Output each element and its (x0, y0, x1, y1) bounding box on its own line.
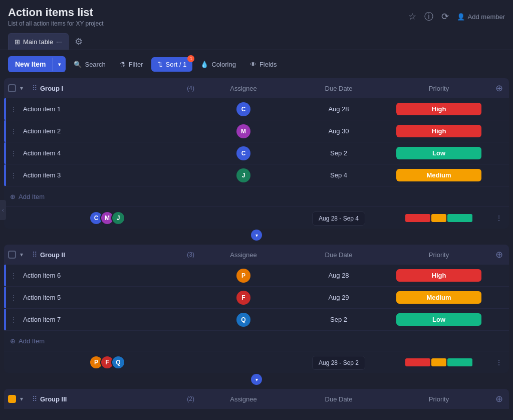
summary-more-button-i[interactable]: ⋮ (489, 214, 509, 222)
row-assignee[interactable]: P (198, 269, 289, 283)
add-member-button[interactable]: 👤 Add member (457, 13, 505, 21)
add-item-icon: ⊕ (10, 193, 16, 200)
add-item-row-i[interactable]: ⊕ Add Item (4, 186, 509, 206)
row-duedate[interactable]: Aug 30 (289, 127, 389, 135)
table-row: ⋮ Action item 2 M Aug 30 High (4, 120, 509, 142)
group-iii-header: ▾ ⠿ Group III (2) Assignee Due Date Prio… (4, 389, 509, 409)
row-duedate[interactable]: Sep 4 (289, 171, 389, 179)
row-duedate[interactable]: Aug 28 (289, 272, 389, 279)
row-item-name[interactable]: Action item 5 (21, 294, 198, 301)
summary-avatar-group-i: C M J (89, 211, 125, 225)
group-i-checkbox[interactable] (8, 84, 16, 92)
drag-handle-icon[interactable]: ⋮ (6, 272, 21, 280)
collapse-button-ii[interactable]: ▾ (251, 374, 262, 385)
row-item-name[interactable]: Action item 2 (21, 127, 198, 135)
col-priority-header-iii: Priority (389, 395, 489, 403)
group-iii-checkbox[interactable] (8, 395, 16, 403)
group-section-iii: ▾ ⠿ Group III (2) Assignee Due Date Prio… (4, 389, 509, 409)
group-i-collapse-chevron: ▾ (4, 230, 509, 241)
add-item-icon: ⊕ (10, 337, 16, 345)
col-add-ii: ⊕ (489, 249, 509, 260)
priority-badge: High (396, 125, 481, 137)
drag-handle-icon[interactable]: ⋮ (6, 149, 21, 157)
group-i-chevron[interactable]: ▾ (18, 84, 25, 93)
row-item-name[interactable]: Action item 6 (21, 272, 198, 279)
new-item-label: New Item (8, 56, 53, 72)
group-ii-chevron[interactable]: ▾ (18, 250, 25, 259)
summary-more-button-ii[interactable]: ⋮ (489, 358, 509, 366)
row-priority[interactable]: Medium (389, 291, 489, 304)
sort-button[interactable]: ⇅ Sort / 1 1 (151, 57, 193, 72)
row-priority[interactable]: High (389, 269, 489, 282)
priority-badge: Medium (396, 169, 481, 181)
row-item-name[interactable]: Action item 4 (21, 149, 198, 157)
fields-icon: 👁 (250, 61, 256, 68)
row-duedate[interactable]: Sep 2 (289, 316, 389, 323)
table-row: ⋮ Action item 3 J Sep 4 Medium (4, 164, 509, 186)
new-item-button[interactable]: New Item ▾ (8, 56, 66, 72)
row-assignee[interactable]: Q (198, 313, 289, 327)
sort-icon: ⇅ (157, 61, 163, 68)
group-ii-name: Group II (40, 251, 187, 259)
star-icon[interactable]: ☆ (408, 11, 416, 22)
group-ii-checkbox[interactable] (8, 251, 16, 259)
table-row: ⋮ Action item 4 C Sep 2 Low (4, 142, 509, 164)
row-assignee[interactable]: C (198, 102, 289, 116)
group-iii-chevron[interactable]: ▾ (18, 394, 25, 403)
group-ii-header: ▾ ⠿ Group II (3) Assignee Due Date Prior… (4, 245, 509, 265)
row-priority[interactable]: Low (389, 313, 489, 326)
fields-button[interactable]: 👁 Fields (244, 57, 283, 72)
new-item-dropdown-arrow[interactable]: ▾ (53, 58, 66, 71)
add-column-button-iii[interactable]: ⊕ (495, 393, 503, 404)
row-duedate[interactable]: Aug 28 (289, 105, 389, 113)
drag-handle-icon[interactable]: ⋮ (6, 127, 21, 135)
info-icon[interactable]: ⓘ (424, 11, 433, 23)
row-assignee[interactable]: M (198, 124, 289, 138)
row-item-name[interactable]: Action item 3 (21, 171, 198, 179)
refresh-icon[interactable]: ⟳ (441, 11, 449, 22)
group-ii-summary-row: P F Q Aug 28 - Sep 2 ⋮ (4, 351, 509, 373)
row-assignee[interactable]: C (198, 146, 289, 160)
group-i-count: (4) (187, 85, 194, 92)
coloring-button[interactable]: 💧 Coloring (194, 57, 241, 72)
coloring-icon: 💧 (200, 61, 208, 68)
title-block: Action items list List of all action ite… (8, 6, 104, 27)
date-range-badge: Aug 28 - Sep 2 (312, 356, 365, 370)
left-collapse-arrow[interactable]: ‹ (0, 200, 6, 220)
row-item-name[interactable]: Action item 1 (21, 105, 198, 113)
row-item-name[interactable]: Action item 7 (21, 316, 198, 323)
priority-bar-low (447, 358, 472, 366)
col-duedate-header-iii: Due Date (289, 395, 389, 403)
drag-handle-icon[interactable]: ⋮ (6, 294, 21, 302)
filter-button[interactable]: ⚗ Filter (114, 57, 149, 72)
avatar: Q (111, 355, 125, 369)
drag-handle-icon[interactable]: ⋮ (6, 316, 21, 324)
add-column-button-ii[interactable]: ⊕ (495, 249, 503, 260)
tab-main-table[interactable]: ⊞ Main table ··· (8, 33, 69, 50)
sort-badge: 1 (187, 55, 194, 62)
row-priority[interactable]: Medium (389, 169, 489, 181)
row-priority[interactable]: High (389, 125, 489, 137)
row-duedate[interactable]: Aug 29 (289, 294, 389, 301)
add-item-label: Add Item (19, 337, 45, 345)
col-assignee-header-ii: Assignee (198, 251, 289, 259)
group-i-summary-row: C M J Aug 28 - Sep 4 ⋮ (4, 206, 509, 229)
settings-button[interactable]: ⚙ (75, 36, 83, 47)
drag-handle-icon[interactable]: ⋮ (6, 105, 21, 113)
add-item-row-ii[interactable]: ⊕ Add Item (4, 331, 509, 351)
group-ii-collapse-chevron: ▾ (4, 374, 509, 385)
table-row: ⋮ Action item 7 Q Sep 2 Low (4, 309, 509, 331)
row-assignee[interactable]: J (198, 168, 289, 182)
add-column-button-i[interactable]: ⊕ (495, 83, 503, 94)
row-priority[interactable]: High (389, 103, 489, 115)
row-duedate[interactable]: Sep 2 (289, 149, 389, 157)
app-subtitle: List of all action items for XY project (8, 20, 104, 27)
drag-handle-icon[interactable]: ⋮ (6, 171, 21, 179)
tab-options-icon[interactable]: ··· (56, 38, 62, 46)
priority-badge: High (396, 103, 481, 115)
collapse-button-i[interactable]: ▾ (251, 230, 262, 241)
priority-badge: High (396, 269, 481, 282)
row-assignee[interactable]: F (198, 291, 289, 305)
search-button[interactable]: 🔍 Search (68, 57, 111, 72)
row-priority[interactable]: Low (389, 147, 489, 159)
